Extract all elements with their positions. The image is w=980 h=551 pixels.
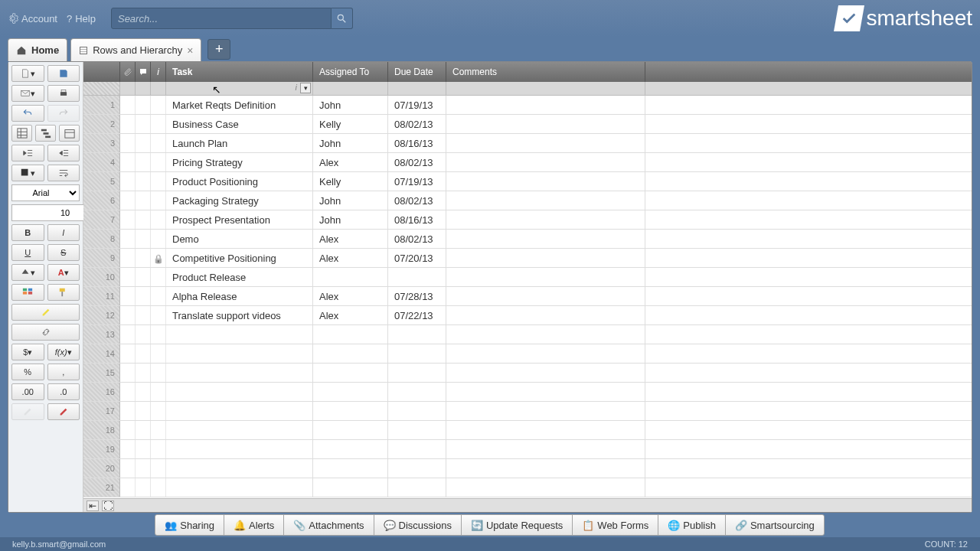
cell-assigned[interactable]: Alex bbox=[313, 230, 388, 248]
tab-sheet[interactable]: Rows and Hierarchy × bbox=[70, 38, 201, 61]
cell-attachment[interactable] bbox=[120, 383, 136, 401]
cell-due[interactable]: 08/02/13 bbox=[388, 191, 446, 210]
table-row[interactable]: 11Alpha ReleaseAlex07/28/13 bbox=[83, 287, 972, 306]
cell-assigned[interactable]: Alex bbox=[313, 153, 388, 171]
cell-attachment[interactable] bbox=[120, 478, 136, 497]
table-row[interactable]: 4Pricing StrategyAlex08/02/13 bbox=[83, 153, 972, 172]
table-row[interactable]: 14 bbox=[83, 344, 972, 364]
new-button[interactable]: ▾ bbox=[11, 65, 44, 82]
percent-button[interactable]: % bbox=[11, 364, 44, 380]
cell-task[interactable] bbox=[166, 421, 313, 439]
cell-assigned[interactable] bbox=[313, 459, 388, 478]
increase-decimal-button[interactable]: .0 bbox=[47, 383, 80, 400]
table-row[interactable]: 1Market Reqts DefinitionJohn07/19/13 bbox=[83, 96, 972, 115]
row-header-corner[interactable] bbox=[83, 62, 120, 82]
cell-discussion[interactable] bbox=[136, 153, 151, 171]
row-number[interactable]: 12 bbox=[83, 306, 120, 324]
cell-due[interactable] bbox=[388, 364, 446, 382]
cell-due[interactable]: 07/20/13 bbox=[388, 249, 446, 267]
cell-task[interactable]: Alpha Release bbox=[166, 287, 313, 305]
cell-comments[interactable] bbox=[446, 96, 645, 114]
cell-assigned[interactable]: John bbox=[313, 134, 388, 152]
cell-comments[interactable] bbox=[446, 134, 645, 152]
conditional-format-button[interactable] bbox=[11, 284, 44, 301]
cell-discussion[interactable] bbox=[136, 421, 151, 439]
cell-comments[interactable] bbox=[446, 459, 645, 478]
strike-button[interactable]: S bbox=[47, 244, 80, 261]
cell-discussion[interactable] bbox=[136, 478, 151, 497]
cell-due[interactable] bbox=[388, 268, 446, 286]
cell-assigned[interactable]: John bbox=[313, 191, 388, 210]
cell-attachment[interactable] bbox=[120, 306, 136, 324]
cell-discussion[interactable] bbox=[136, 134, 151, 152]
help-link[interactable]: ? Help bbox=[67, 13, 96, 24]
undo-button[interactable] bbox=[11, 105, 44, 122]
format-painter-button[interactable] bbox=[47, 284, 80, 301]
search-button[interactable] bbox=[332, 8, 353, 29]
cell-task[interactable] bbox=[166, 364, 313, 382]
cell-due[interactable] bbox=[388, 344, 446, 363]
cell-task[interactable]: Translate support videos bbox=[166, 306, 313, 324]
cell-attachment[interactable] bbox=[120, 421, 136, 439]
cell-comments[interactable] bbox=[446, 344, 645, 363]
tab-home[interactable]: Home bbox=[8, 38, 67, 61]
row-number[interactable]: 6 bbox=[83, 191, 120, 210]
highlight-button[interactable] bbox=[11, 304, 80, 321]
table-row[interactable]: 17 bbox=[83, 402, 972, 421]
discussions-button[interactable]: 💬Discussions bbox=[374, 514, 462, 536]
cell-task[interactable] bbox=[166, 478, 313, 497]
cell-attachment[interactable] bbox=[120, 230, 136, 248]
wrap-button[interactable] bbox=[47, 165, 80, 181]
tab-close-button[interactable]: × bbox=[187, 44, 193, 57]
cell-discussion[interactable] bbox=[136, 230, 151, 248]
row-number[interactable]: 20 bbox=[83, 459, 120, 478]
cell-attachment[interactable] bbox=[120, 191, 136, 210]
sharing-button[interactable]: 👥Sharing bbox=[155, 514, 224, 536]
smartsourcing-button[interactable]: 🔗Smartsourcing bbox=[725, 514, 825, 536]
cell-discussion[interactable] bbox=[136, 268, 151, 286]
cell-due[interactable]: 08/02/13 bbox=[388, 230, 446, 248]
cell-attachment[interactable] bbox=[120, 210, 136, 229]
cell-comments[interactable] bbox=[446, 383, 645, 401]
outdent-button[interactable] bbox=[11, 145, 44, 161]
cell-indicator[interactable] bbox=[151, 459, 166, 478]
cell-attachment[interactable] bbox=[120, 440, 136, 458]
cell-assigned[interactable] bbox=[313, 440, 388, 458]
cell-due[interactable] bbox=[388, 478, 446, 497]
redo-button[interactable] bbox=[47, 105, 80, 122]
account-link[interactable]: Account bbox=[8, 13, 57, 24]
cell-assigned[interactable]: Alex bbox=[313, 306, 388, 324]
cell-comments[interactable] bbox=[446, 325, 645, 344]
cell-comments[interactable] bbox=[446, 306, 645, 324]
cell-discussion[interactable] bbox=[136, 96, 151, 114]
row-number[interactable]: 21 bbox=[83, 478, 120, 497]
row-number[interactable]: 7 bbox=[83, 210, 120, 229]
col-attachment[interactable] bbox=[120, 62, 136, 82]
cell-indicator[interactable] bbox=[151, 210, 166, 229]
cell-indicator[interactable] bbox=[151, 230, 166, 248]
row-number[interactable]: 16 bbox=[83, 383, 120, 401]
calendar-view-button[interactable] bbox=[59, 125, 80, 142]
table-row[interactable]: 5Product PositioningKelly07/19/13 bbox=[83, 172, 972, 191]
cell-comments[interactable] bbox=[446, 268, 645, 286]
clear-format-button[interactable] bbox=[11, 403, 44, 420]
cell-due[interactable] bbox=[388, 421, 446, 439]
cell-comments[interactable] bbox=[446, 440, 645, 458]
table-row[interactable]: 15 bbox=[83, 364, 972, 383]
cell-attachment[interactable] bbox=[120, 325, 136, 344]
table-row[interactable]: 9Competitive PositioningAlex07/20/13 bbox=[83, 249, 972, 268]
cell-task[interactable]: Product Release bbox=[166, 268, 313, 286]
cell-discussion[interactable] bbox=[136, 440, 151, 458]
cell-assigned[interactable] bbox=[313, 364, 388, 382]
cell-indicator[interactable] bbox=[151, 134, 166, 152]
table-row[interactable]: 3Launch PlanJohn08/16/13 bbox=[83, 134, 972, 153]
formula-button[interactable]: f(x)▾ bbox=[47, 344, 80, 360]
cell-task[interactable] bbox=[166, 440, 313, 458]
cell-comments[interactable] bbox=[446, 191, 645, 210]
cell-indicator[interactable] bbox=[151, 306, 166, 324]
cell-indicator[interactable] bbox=[151, 115, 166, 133]
row-number[interactable]: 9 bbox=[83, 249, 120, 267]
goto-start-button[interactable]: ⇤ bbox=[87, 500, 99, 511]
cell-task[interactable] bbox=[166, 325, 313, 344]
paint-format-button[interactable] bbox=[47, 403, 80, 420]
